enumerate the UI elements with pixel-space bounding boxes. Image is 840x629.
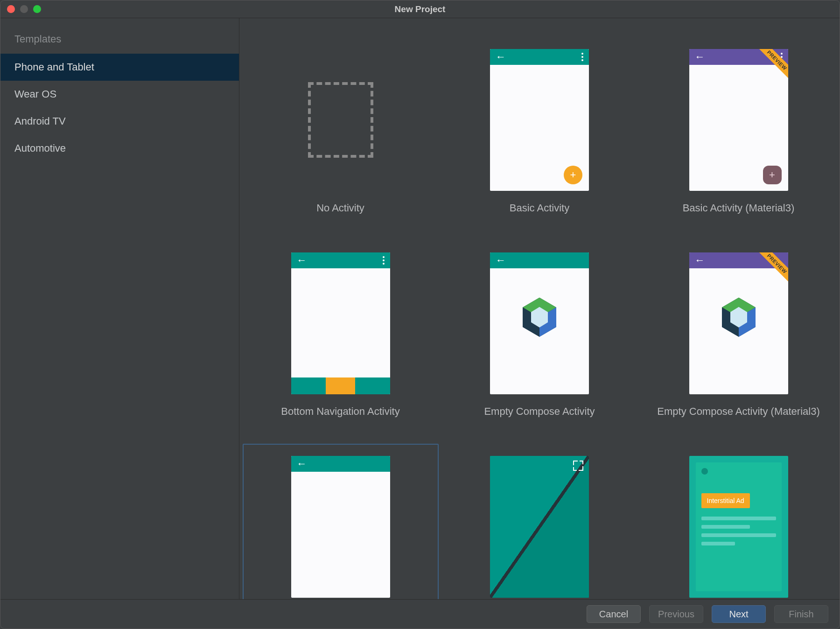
window-controls	[7, 5, 41, 13]
template-caption: Bottom Navigation Activity	[281, 405, 399, 418]
titlebar: New Project	[0, 0, 840, 18]
template-tile[interactable]: ←+Basic Activity	[441, 37, 637, 226]
interstitial-ad-button: Interstitial Ad	[701, 493, 750, 508]
minimize-window-button[interactable]	[20, 5, 28, 13]
fab-add-icon: +	[564, 166, 582, 184]
appbar: ←	[291, 252, 390, 268]
appbar: ←	[291, 456, 390, 472]
sidebar-item-phone-and-tablet[interactable]: Phone and Tablet	[0, 54, 239, 81]
template-tile[interactable]: ← PREVIEWEmpty Compose Activity (Materia…	[641, 240, 837, 430]
fab-add-icon: +	[763, 166, 782, 184]
sidebar-header: Templates	[0, 28, 239, 54]
template-tile[interactable]: ← Fullscreen Activity	[441, 444, 637, 599]
cancel-button[interactable]: Cancel	[587, 605, 641, 623]
finish-button[interactable]: Finish	[774, 605, 828, 623]
no-activity-thumb	[291, 49, 390, 191]
appbar: ←	[490, 49, 589, 65]
back-arrow-icon: ←	[297, 459, 307, 469]
template-thumb: ←	[490, 456, 589, 598]
previous-button[interactable]: Previous	[649, 605, 703, 623]
template-grid[interactable]: No Activity ←+Basic Activity ←+PREVIEWBa…	[239, 18, 840, 599]
template-tile[interactable]: ←Bottom Navigation Activity	[243, 240, 439, 430]
template-caption: No Activity	[316, 202, 364, 214]
appbar: ←	[490, 252, 589, 268]
template-tile[interactable]: ←+PREVIEWBasic Activity (Material3)	[641, 37, 837, 226]
template-tile[interactable]: ←Empty Activity	[243, 444, 439, 599]
back-arrow-icon: ←	[297, 255, 307, 266]
template-thumb: ←	[291, 456, 390, 598]
status-dot-icon	[701, 468, 708, 475]
template-thumb: ←	[291, 252, 390, 394]
template-thumb: ←+	[490, 49, 589, 191]
close-window-button[interactable]	[7, 5, 15, 13]
bottom-nav-bar	[291, 377, 390, 394]
sidebar-item-wear-os[interactable]: Wear OS	[0, 81, 239, 108]
back-arrow-icon: ←	[695, 52, 705, 62]
template-thumb: ←	[490, 252, 589, 394]
template-caption: Empty Compose Activity (Material3)	[657, 405, 819, 418]
back-arrow-icon: ←	[496, 255, 506, 266]
template-caption: Empty Compose Activity	[484, 405, 595, 418]
template-gallery: No Activity ←+Basic Activity ←+PREVIEWBa…	[239, 18, 840, 599]
maximize-window-button[interactable]	[33, 5, 41, 13]
new-project-window: New Project Templates Phone and TabletWe…	[0, 0, 840, 629]
template-thumb: ← PREVIEW	[689, 252, 788, 394]
sidebar-item-android-tv[interactable]: Android TV	[0, 108, 239, 135]
admob-thumb: Interstitial Ad	[689, 456, 788, 598]
body: Templates Phone and TabletWear OSAndroid…	[0, 18, 840, 600]
back-arrow-icon: ←	[695, 255, 705, 266]
footer: Cancel Previous Next Finish	[0, 600, 840, 629]
template-tile[interactable]: Interstitial Ad Google AdMob Ads Activit…	[641, 444, 837, 599]
overflow-menu-icon	[581, 53, 583, 61]
template-tile[interactable]: ← Empty Compose Activity	[441, 240, 637, 430]
compose-logo-icon	[720, 298, 757, 341]
back-arrow-icon: ←	[496, 52, 506, 62]
template-tile[interactable]: No Activity	[243, 37, 439, 226]
overflow-menu-icon	[383, 256, 385, 265]
window-title: New Project	[0, 4, 840, 14]
compose-logo-icon	[521, 298, 558, 341]
sidebar-item-automotive[interactable]: Automotive	[0, 135, 239, 162]
fullscreen-icon	[573, 461, 583, 471]
template-thumb: ←+PREVIEW	[689, 49, 788, 191]
sidebar: Templates Phone and TabletWear OSAndroid…	[0, 18, 239, 599]
template-caption: Basic Activity	[510, 202, 569, 214]
template-caption: Basic Activity (Material3)	[683, 202, 795, 214]
next-button[interactable]: Next	[712, 605, 766, 623]
dashed-placeholder-icon	[308, 82, 373, 158]
